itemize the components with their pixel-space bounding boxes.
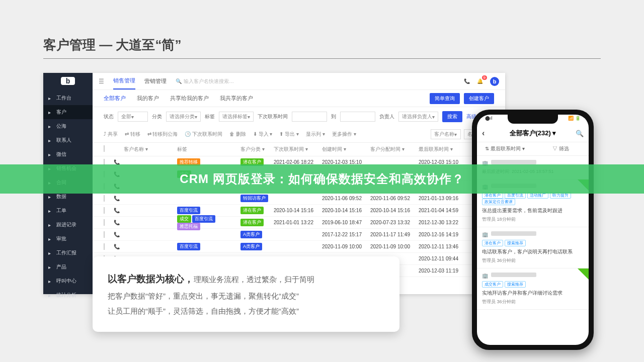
- caption-l1: 理顺业务流程，透过繁杂，归于简明: [194, 275, 314, 284]
- category-select[interactable]: 请选择分类 ▾: [166, 112, 201, 122]
- nav-icon: ▸: [48, 293, 53, 298]
- row-checkbox[interactable]: [104, 207, 105, 214]
- row-checkbox[interactable]: [104, 243, 105, 250]
- subtab-shared-to-me[interactable]: 共享给我的客户: [170, 95, 209, 102]
- label-category: 分类: [152, 113, 162, 120]
- sidebar-item-0[interactable]: ▸工作台: [43, 91, 93, 105]
- simple-query-button[interactable]: 简单查询: [430, 93, 460, 104]
- sidebar-item-12[interactable]: ▸产品: [43, 260, 93, 274]
- col-category[interactable]: 客户分类 ▾: [240, 146, 271, 153]
- phone-header: ‹ 全部客户(232) ▾ 🔍: [477, 125, 589, 142]
- table-row[interactable]: 📞A类客户2017-12-22 15:172020-11-17 11:49202…: [93, 229, 505, 241]
- nav-icon: ▸: [48, 194, 53, 199]
- phone-icon[interactable]: 📞: [114, 208, 121, 213]
- nav-icon: ▸: [48, 138, 53, 143]
- tool-columns[interactable]: 显示列 ▾: [306, 131, 325, 138]
- bell-badge: 9: [482, 75, 487, 80]
- phone-icon[interactable]: 📞: [114, 220, 121, 225]
- nav-icon: ▸: [48, 124, 53, 129]
- tool-share[interactable]: ⤴ 共享: [104, 131, 118, 138]
- col-last[interactable]: 最后联系时间 ▾: [419, 146, 464, 153]
- col-created[interactable]: 创建时间 ▾: [322, 146, 367, 153]
- sidebar-item-10[interactable]: ▸审批: [43, 232, 93, 246]
- phone-filter[interactable]: ▽ 筛选: [533, 145, 589, 152]
- nav-icon: ▸: [48, 250, 53, 255]
- date-to-input[interactable]: [340, 112, 375, 122]
- table-row[interactable]: 📞转回访客户2020-11-06 09:522020-11-06 09:5220…: [93, 193, 505, 205]
- search-icon[interactable]: 🔍: [576, 130, 584, 137]
- table-row[interactable]: 📞百度引流潜在客户2020-10-14 15:162020-10-14 15:1…: [93, 205, 505, 217]
- date-from-input[interactable]: [292, 112, 327, 122]
- bell-icon[interactable]: 🔔9: [477, 78, 483, 84]
- filter-bar: 状态 全部 ▾ 分类 请选择分类 ▾ 标签 请选择标签 ▾ 下次联系时间 到 负…: [93, 107, 505, 126]
- search-icon: 🔍: [176, 78, 182, 84]
- sidebar-item-11[interactable]: ▸工作汇报: [43, 246, 93, 260]
- menu-icon[interactable]: ☰: [99, 78, 104, 85]
- slide-divider: [43, 58, 601, 59]
- tag-select[interactable]: 请选择标签 ▾: [219, 112, 254, 122]
- nav-icon: ▸: [48, 236, 53, 241]
- table-header: 客户名称 ▾ 标签 客户分类 ▾ 下次联系时间 ▾ 创建时间 ▾ 客户分配时间 …: [93, 143, 505, 156]
- sidebar-item-2[interactable]: ▸公海: [43, 119, 93, 133]
- subtab-i-shared[interactable]: 我共享的客户: [220, 95, 253, 102]
- tool-transfer[interactable]: ⇄ 转移: [125, 131, 140, 138]
- label-next-contact: 下次联系时间: [258, 113, 288, 120]
- row-checkbox[interactable]: [104, 195, 105, 202]
- row-checkbox[interactable]: [104, 231, 105, 238]
- sidebar-item-3[interactable]: ▸联系人: [43, 133, 93, 147]
- subtab-all[interactable]: 全部客户: [104, 95, 126, 102]
- label-to: 到: [331, 113, 336, 120]
- label-status: 状态: [104, 113, 114, 120]
- phone-icon[interactable]: 📞: [114, 244, 121, 249]
- tool-export[interactable]: ⬆ 导出 ▾: [279, 131, 299, 138]
- phone-icon[interactable]: 📞: [464, 78, 470, 84]
- create-customer-button[interactable]: 创建客户: [464, 93, 494, 104]
- top-tab-marketing[interactable]: 营销管理: [144, 73, 167, 89]
- phone-icon[interactable]: 📞: [114, 196, 121, 201]
- nav-icon: ▸: [48, 222, 53, 227]
- phone-list-item[interactable]: 🏢成交客户搜索推荐实地拜访客户并和客户详细讨论需求管理员 36分钟前: [477, 268, 589, 310]
- col-assign[interactable]: 客户分配时间 ▾: [370, 146, 416, 153]
- sidebar-item-14[interactable]: ▸统计分析: [43, 288, 93, 302]
- table-row[interactable]: 📞百度引流A类客户2020-11-09 10:002020-11-09 10:0…: [93, 241, 505, 253]
- nav-icon: ▸: [48, 152, 53, 157]
- tool-import[interactable]: ⬇ 导入 ▾: [253, 131, 273, 138]
- col-next[interactable]: 下次联系时间 ▾: [274, 146, 319, 153]
- phone-icon[interactable]: 📞: [114, 232, 121, 237]
- sidebar-item-1[interactable]: ▸客户: [43, 105, 93, 119]
- row-checkbox[interactable]: [104, 219, 105, 226]
- sidebar-item-4[interactable]: ▸微信: [43, 147, 93, 161]
- nav-icon: ▸: [48, 96, 53, 101]
- sort-select[interactable]: 客户名称 ▾: [431, 129, 461, 139]
- table-row[interactable]: 📞成交百度引流雅思托福潜在客户2021-01-01 13:222019-06-1…: [93, 217, 505, 229]
- phone-notch: [508, 115, 558, 124]
- phone-list-item[interactable]: 🏢潜在客户搜索推荐电话联系客户，客户说明天再打电话联系管理员 36分钟前: [477, 227, 589, 268]
- overlay-banner: CRM 网页版登录：如何确保数据安全和高效协作？: [0, 164, 644, 194]
- global-search[interactable]: 🔍 输入客户名快速搜索…: [176, 78, 234, 85]
- logo-icon: b: [61, 77, 75, 85]
- slide-title: 客户管理 — 大道至“简”: [43, 36, 181, 54]
- tool-to-sea[interactable]: ⇄ 转移到公海: [147, 131, 178, 138]
- col-name[interactable]: 客户名称 ▾: [124, 146, 174, 153]
- owner-select[interactable]: 请选择负责人 ▾: [398, 112, 438, 122]
- tool-more[interactable]: 更多操作 ▾: [332, 131, 356, 138]
- col-tag[interactable]: 标签: [177, 146, 237, 153]
- top-tab-sales[interactable]: 销售管理: [113, 73, 135, 89]
- caption-l2: 把客户数据“管好”，重点突出，事无遗漏，聚焦转化“成交”: [108, 289, 384, 304]
- nav-icon: ▸: [48, 264, 53, 269]
- tool-delete[interactable]: 🗑 删除: [229, 131, 246, 138]
- select-all-checkbox[interactable]: [104, 145, 105, 152]
- label-owner: 负责人: [379, 113, 394, 120]
- caption-head: 以客户数据为核心，: [108, 274, 194, 284]
- sidebar-item-13[interactable]: ▸呼叫中心: [43, 274, 93, 288]
- subtab-mine[interactable]: 我的客户: [137, 95, 159, 102]
- status-select[interactable]: 全部 ▾: [118, 112, 148, 122]
- search-button[interactable]: 搜索: [442, 111, 462, 122]
- tool-next-time[interactable]: 🕒 下次联系时间: [185, 131, 222, 138]
- back-icon[interactable]: ‹: [482, 129, 485, 138]
- sidebar-item-8[interactable]: ▸工单: [43, 204, 93, 218]
- brand-icon[interactable]: b: [490, 77, 499, 86]
- phone-sort[interactable]: ⇅ 最后联系时间 ▾: [477, 145, 533, 152]
- sidebar-item-9[interactable]: ▸跟进记录: [43, 218, 93, 232]
- phone-title[interactable]: 全部客户(232) ▾: [510, 129, 556, 138]
